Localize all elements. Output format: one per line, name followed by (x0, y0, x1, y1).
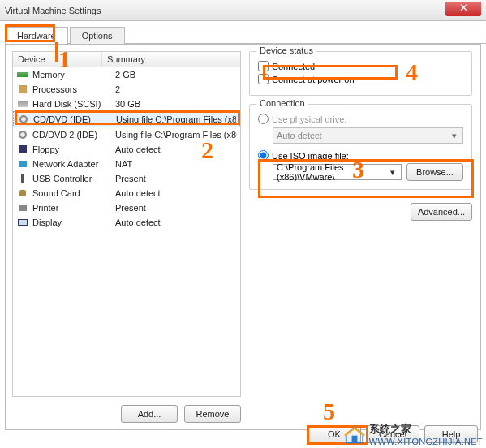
network-icon (16, 158, 29, 170)
window-title: Virtual Machine Settings (5, 6, 101, 15)
usb-icon (16, 173, 29, 184)
physical-drive-radio[interactable] (258, 114, 269, 124)
cell-device: Processors (32, 84, 115, 94)
cell-summary: Auto detect (115, 144, 237, 154)
watermark-cn: 系统之家 (369, 422, 483, 437)
list-rows: Memory 2 GB Processors 2 Hard Disk (SCSI… (13, 67, 240, 230)
connection-group: Connection Use physical drive: Auto dete… (249, 104, 472, 190)
cell-summary: 30 GB (115, 99, 237, 109)
row-floppy[interactable]: Floppy Auto detect (13, 142, 240, 157)
printer-icon (16, 202, 29, 213)
remove-button[interactable]: Remove (184, 405, 241, 423)
row-printer[interactable]: Printer Present (13, 200, 240, 215)
cell-summary: Present (115, 174, 237, 183)
browse-button[interactable]: Browse... (406, 163, 463, 181)
connected-label: Connected (272, 62, 315, 71)
cell-device: CD/DVD 2 (IDE) (32, 130, 115, 140)
cell-summary: NAT (115, 159, 237, 169)
cell-summary: Present (115, 203, 237, 213)
cell-device: Display (32, 218, 115, 227)
svg-rect-0 (351, 436, 357, 443)
add-button[interactable]: Add... (121, 405, 178, 423)
tab-strip: Hardware Options (5, 26, 486, 44)
cell-device: Sound Card (32, 188, 115, 198)
cell-device: USB Controller (32, 174, 115, 183)
cell-device: Floppy (32, 144, 115, 154)
disc-icon (17, 114, 30, 125)
advanced-button[interactable]: Advanced... (411, 203, 472, 221)
cell-summary: Auto detect (115, 188, 237, 198)
device-status-group: Device status Connected Connect at power… (249, 51, 472, 96)
cell-device: Hard Disk (SCSI) (32, 99, 115, 109)
chevron-down-icon[interactable]: ▾ (386, 167, 399, 178)
advanced-row: Advanced... (249, 203, 472, 221)
sound-icon (16, 187, 29, 199)
row-cddvd2[interactable]: CD/DVD 2 (IDE) Using file C:\Program Fil… (13, 127, 240, 142)
col-device[interactable]: Device (13, 52, 102, 67)
disc-icon (16, 129, 29, 140)
devices-pane: Device Summary Memory 2 GB Processors 2 … (6, 45, 246, 429)
watermark: 系统之家 WWW.XITONGZHIJIA.NET (343, 422, 483, 446)
connect-poweron-label: Connect at power on (272, 75, 355, 84)
list-header: Device Summary (13, 52, 240, 67)
connect-poweron-checkbox-row[interactable]: Connect at power on (258, 74, 463, 84)
cell-summary: Auto detect (115, 218, 237, 227)
main-panel: Device Summary Memory 2 GB Processors 2 … (5, 44, 481, 430)
col-summary[interactable]: Summary (102, 52, 240, 67)
row-cddvd[interactable]: CD/DVD (IDE) Using file C:\Program Files… (13, 111, 240, 127)
close-button[interactable]: ✕ (445, 2, 481, 16)
row-network[interactable]: Network Adapter NAT (13, 157, 240, 171)
hdd-icon (16, 98, 29, 110)
row-usb[interactable]: USB Controller Present (13, 171, 240, 186)
cell-summary: Using file C:\Program Files (x86)\... (116, 114, 236, 124)
row-display[interactable]: Display Auto detect (13, 215, 240, 230)
row-processors[interactable]: Processors 2 (13, 82, 240, 97)
iso-path-combo[interactable]: C:\Program Files (x86)\VMware\ ▾ (273, 164, 402, 180)
title-bar: Virtual Machine Settings ✕ (0, 0, 486, 21)
chevron-down-icon: ▾ (448, 131, 461, 141)
watermark-url: WWW.XITONGZHIJIA.NET (369, 437, 483, 446)
cell-device: Memory (32, 70, 115, 80)
row-sound[interactable]: Sound Card Auto detect (13, 186, 240, 200)
settings-pane: Device status Connected Connect at power… (246, 45, 480, 429)
cpu-icon (16, 84, 29, 95)
physical-drive-value: Auto detect (277, 131, 322, 140)
physical-drive-combo: Auto detect ▾ (273, 127, 463, 144)
device-buttons: Add... Remove (12, 405, 241, 423)
device-list: Device Summary Memory 2 GB Processors 2 … (12, 51, 241, 397)
floppy-icon (16, 144, 29, 155)
cell-summary: 2 GB (115, 70, 237, 80)
connected-checkbox[interactable] (258, 61, 269, 71)
tab-hardware[interactable]: Hardware (5, 27, 68, 44)
display-icon (16, 217, 29, 228)
connect-poweron-checkbox[interactable] (258, 74, 269, 84)
iso-label: Use ISO image file: (272, 151, 349, 161)
house-icon (343, 424, 366, 444)
cell-summary: Using file C:\Program Files (x86)\... (115, 130, 237, 140)
physical-drive-label: Use physical drive: (272, 114, 346, 124)
iso-radio-row[interactable]: Use ISO image file: (258, 150, 463, 161)
cell-device: Network Adapter (32, 159, 115, 169)
connected-checkbox-row[interactable]: Connected (258, 61, 463, 71)
group-title: Connection (256, 98, 308, 108)
tab-options[interactable]: Options (70, 27, 125, 44)
iso-path-row: C:\Program Files (x86)\VMware\ ▾ Browse.… (273, 163, 463, 181)
cell-summary: 2 (115, 84, 237, 94)
cell-device: CD/DVD (IDE) (33, 114, 116, 124)
group-title: Device status (256, 45, 316, 55)
row-harddisk[interactable]: Hard Disk (SCSI) 30 GB (13, 97, 240, 111)
iso-path-value: C:\Program Files (x86)\VMware\ (277, 162, 398, 182)
physical-drive-radio-row[interactable]: Use physical drive: (258, 114, 463, 124)
iso-radio[interactable] (258, 150, 269, 161)
row-memory[interactable]: Memory 2 GB (13, 67, 240, 82)
cell-device: Printer (32, 203, 115, 213)
memory-icon (16, 69, 29, 80)
